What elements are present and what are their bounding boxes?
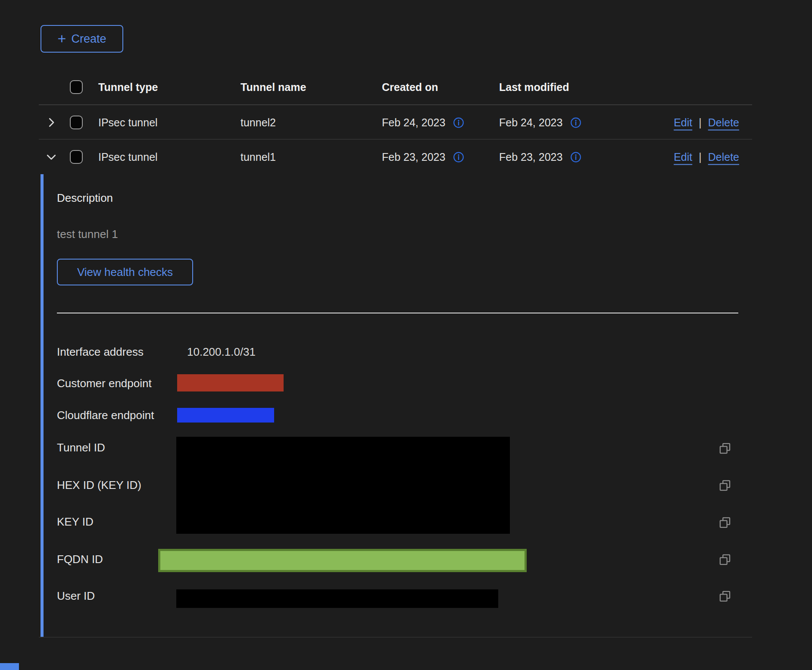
delete-link[interactable]: Delete: [708, 116, 739, 129]
tunnel-name-cell: tunnel1: [240, 151, 276, 163]
last-modified-cell: Feb 24, 2023: [499, 116, 581, 129]
tunnel-id-label: Tunnel ID: [57, 441, 105, 454]
interface-address-value: 10.200.1.0/31: [187, 345, 256, 359]
edit-link[interactable]: Edit: [674, 116, 692, 129]
cloudflare-endpoint-label: Cloudflare endpoint: [57, 409, 154, 422]
last-modified-date: Feb 23, 2023: [499, 151, 562, 163]
plus-icon: +: [58, 31, 66, 46]
create-button-label: Create: [71, 32, 106, 46]
customer-endpoint-redacted-value: [177, 374, 284, 391]
delete-link[interactable]: Delete: [708, 151, 739, 163]
cloudflare-endpoint-redacted-value: [177, 408, 274, 423]
key-id-label: KEY ID: [57, 515, 94, 529]
created-on-cell: Feb 24, 2023: [382, 116, 464, 129]
select-all-checkbox[interactable]: [70, 80, 83, 94]
copy-icon[interactable]: [719, 479, 731, 492]
table-bottom-divider: [39, 637, 752, 638]
row-checkbox[interactable]: [70, 116, 83, 129]
edit-link[interactable]: Edit: [674, 151, 692, 163]
header-created-on: Created on: [382, 81, 438, 94]
info-icon[interactable]: [453, 151, 464, 163]
section-divider: [57, 313, 738, 313]
table-row: IPsec tunnel tunnel2 Feb 24, 2023 Feb 24…: [39, 105, 752, 140]
copy-icon[interactable]: [719, 590, 731, 602]
row-checkbox[interactable]: [70, 150, 83, 164]
copy-icon[interactable]: [719, 517, 731, 529]
create-button[interactable]: + Create: [41, 25, 123, 53]
view-health-checks-button[interactable]: View health checks: [57, 259, 193, 285]
bottom-left-accent: [0, 663, 19, 670]
last-modified-cell: Feb 23, 2023: [499, 151, 581, 163]
row-actions: Edit | Delete: [674, 151, 739, 163]
info-icon[interactable]: [570, 117, 581, 128]
user-id-label: User ID: [57, 589, 95, 603]
hex-id-label: HEX ID (KEY ID): [57, 479, 141, 492]
tunnel-detail-panel: Description test tunnel 1 View health ch…: [41, 174, 752, 637]
info-icon[interactable]: [570, 151, 581, 163]
table-header-row: Tunnel type Tunnel name Created on Last …: [39, 69, 752, 105]
tunnels-table: Tunnel type Tunnel name Created on Last …: [39, 69, 752, 174]
tunnel-name-cell: tunnel2: [240, 116, 276, 129]
chevron-down-icon[interactable]: [45, 150, 58, 163]
created-on-date: Feb 23, 2023: [382, 151, 445, 163]
copy-icon[interactable]: [719, 442, 731, 454]
ids-redacted-value: [176, 437, 510, 534]
row-actions: Edit | Delete: [674, 116, 739, 129]
copy-icon[interactable]: [719, 554, 731, 566]
header-tunnel-name: Tunnel name: [240, 81, 306, 94]
table-row: IPsec tunnel tunnel1 Feb 23, 2023 Feb 23…: [39, 140, 752, 174]
customer-endpoint-label: Customer endpoint: [57, 377, 152, 390]
chevron-right-icon[interactable]: [45, 116, 58, 129]
description-label: Description: [57, 191, 113, 205]
interface-address-label: Interface address: [57, 345, 144, 359]
last-modified-date: Feb 24, 2023: [499, 116, 562, 129]
action-separator: |: [699, 151, 702, 163]
header-tunnel-type: Tunnel type: [98, 81, 158, 94]
description-value: test tunnel 1: [57, 228, 118, 241]
info-icon[interactable]: [453, 117, 464, 128]
tunnels-page: + Create Tunnel type Tunnel name Created…: [0, 0, 812, 670]
header-last-modified: Last modified: [499, 81, 569, 94]
fqdn-id-redacted-value: [158, 549, 527, 572]
created-on-date: Feb 24, 2023: [382, 116, 445, 129]
fqdn-id-label: FQDN ID: [57, 553, 103, 566]
tunnel-type-cell: IPsec tunnel: [98, 116, 158, 129]
user-id-redacted-value: [176, 589, 498, 608]
action-separator: |: [699, 116, 702, 129]
tunnel-type-cell: IPsec tunnel: [98, 151, 158, 163]
created-on-cell: Feb 23, 2023: [382, 151, 464, 163]
